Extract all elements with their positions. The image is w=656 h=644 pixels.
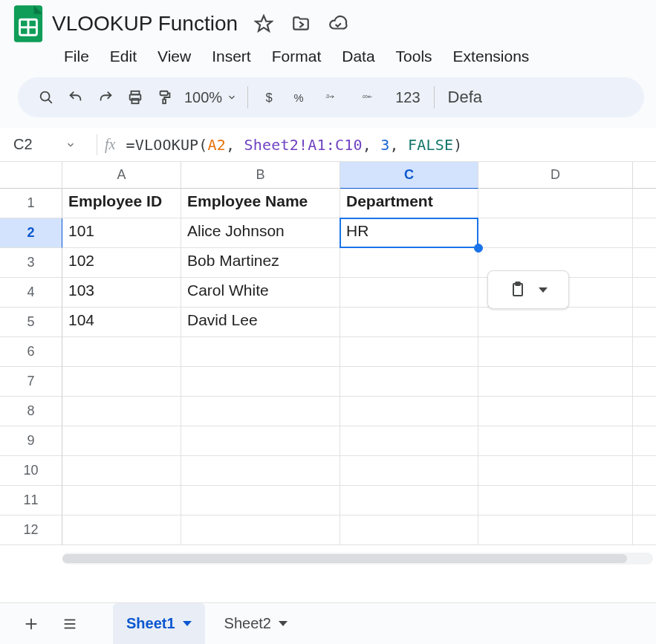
cell-E4[interactable] [633,278,656,308]
cell-B4[interactable]: Carol White [181,278,340,308]
cell-C10[interactable] [340,456,478,486]
cloud-check-icon[interactable] [328,14,348,33]
col-header-B[interactable]: B [181,162,340,189]
cell-C2[interactable]: HR [340,218,478,248]
cell-B11[interactable] [181,486,340,515]
redo-icon[interactable] [91,82,120,112]
cell-C3[interactable] [340,248,478,278]
cell-E9[interactable] [633,426,656,456]
cell-B12[interactable] [181,515,340,545]
cell-B7[interactable] [181,367,340,397]
col-header-D[interactable]: D [478,162,633,189]
cell-D2[interactable] [478,218,633,248]
cell-E10[interactable] [633,456,656,486]
cell-E12[interactable] [633,515,656,545]
paint-format-icon[interactable] [150,82,180,112]
cell-D10[interactable] [478,456,633,486]
move-folder-icon[interactable] [291,14,311,33]
cell-C5[interactable] [340,308,478,337]
col-header-A[interactable]: A [62,162,181,189]
cell-E6[interactable] [633,337,656,367]
row-header-5[interactable]: 5 [0,308,62,337]
cell-B9[interactable] [181,426,340,456]
cell-A7[interactable] [62,367,181,397]
sheets-app-icon[interactable] [12,2,45,45]
format-123-icon[interactable]: 123 [388,89,427,106]
row-header-8[interactable]: 8 [0,397,62,426]
row-header-9[interactable]: 9 [0,426,62,456]
cell-C7[interactable] [340,367,478,397]
add-sheet-button[interactable] [15,608,48,640]
row-header-1[interactable]: 1 [0,189,62,218]
name-box[interactable]: C2 [0,136,89,153]
cell-A5[interactable]: 104 [62,308,181,337]
increase-decimal-icon[interactable]: .00 [349,82,388,112]
col-header-E[interactable] [633,162,656,189]
cell-B3[interactable]: Bob Martinez [181,248,340,278]
currency-icon[interactable]: $ [254,82,284,112]
cell-D5[interactable] [478,308,633,337]
cell-E3[interactable] [633,248,656,278]
row-header-10[interactable]: 10 [0,456,62,486]
cell-C9[interactable] [340,426,478,456]
cell-E7[interactable] [633,367,656,397]
cell-D1[interactable] [478,189,633,218]
cell-E2[interactable] [633,218,656,248]
row-header-2[interactable]: 2 [0,218,62,248]
menu-tools[interactable]: Tools [386,45,443,68]
cell-D7[interactable] [478,367,633,397]
zoom-select[interactable]: 100% [180,89,241,106]
cell-D9[interactable] [478,426,633,456]
cell-A11[interactable] [62,486,181,515]
cell-C12[interactable] [340,515,478,545]
cell-A1[interactable]: Employee ID [62,189,181,218]
menu-insert[interactable]: Insert [201,45,262,68]
menu-format[interactable]: Format [262,45,332,68]
cell-D6[interactable] [478,337,633,367]
cell-B2[interactable]: Alice Johnson [181,218,340,248]
cell-A9[interactable] [62,426,181,456]
cell-C1[interactable]: Department [340,189,478,218]
doc-title[interactable]: VLOOKUP Function [52,12,238,36]
decrease-decimal-icon[interactable]: .0 [314,82,349,112]
cell-E1[interactable] [633,189,656,218]
undo-icon[interactable] [61,82,91,112]
menu-extensions[interactable]: Extensions [443,45,540,68]
cell-D8[interactable] [478,397,633,426]
cell-A12[interactable] [62,515,181,545]
search-icon[interactable] [31,82,61,112]
cell-B10[interactable] [181,456,340,486]
sheet-tab-sheet1[interactable]: Sheet1 [113,603,205,645]
menu-edit[interactable]: Edit [100,45,147,68]
cell-A6[interactable] [62,337,181,367]
print-icon[interactable] [120,82,150,112]
sheet-tab-sheet2[interactable]: Sheet2 [211,603,301,645]
menu-data[interactable]: Data [331,45,385,68]
cell-A4[interactable]: 103 [62,278,181,308]
hscroll-thumb[interactable] [62,554,627,563]
cell-B8[interactable] [181,397,340,426]
row-header-11[interactable]: 11 [0,486,62,515]
cell-A10[interactable] [62,456,181,486]
cell-A3[interactable]: 102 [62,248,181,278]
row-header-7[interactable]: 7 [0,367,62,397]
cell-A2[interactable]: 101 [62,218,181,248]
row-header-6[interactable]: 6 [0,337,62,367]
cell-C8[interactable] [340,397,478,426]
cell-C6[interactable] [340,337,478,367]
cell-E5[interactable] [633,308,656,337]
formula-bar[interactable]: =VLOOKUP(A2, Sheet2!A1:C10, 3, FALSE) [126,136,462,154]
cell-D12[interactable] [478,515,633,545]
font-select[interactable]: Defa [441,88,482,107]
paste-options-chip[interactable] [487,270,569,309]
select-all-corner[interactable] [0,162,62,189]
star-icon[interactable] [254,14,273,33]
cell-B6[interactable] [181,337,340,367]
cell-B5[interactable]: David Lee [181,308,340,337]
cell-B1[interactable]: Employee Name [181,189,340,218]
cell-E11[interactable] [633,486,656,515]
cell-D11[interactable] [478,486,633,515]
cell-C4[interactable] [340,278,478,308]
menu-view[interactable]: View [147,45,201,68]
row-header-12[interactable]: 12 [0,515,62,545]
